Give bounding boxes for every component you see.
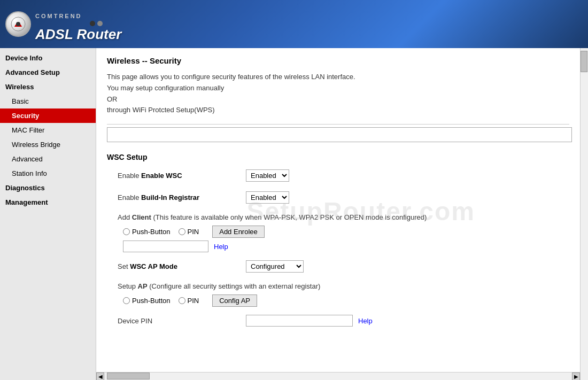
header-dots: [90, 21, 103, 26]
setup-ap-label: Setup AP (Configure all security setting…: [118, 282, 569, 290]
config-ap-push-button-radio[interactable]: [123, 297, 130, 304]
pin-radio-label[interactable]: PIN: [179, 228, 199, 236]
enable-wsc-select[interactable]: Enabled Disabled: [246, 169, 289, 182]
product-name: ADSL Router: [35, 26, 121, 43]
setup-ap-radio-group: Push-Button PIN Config AP: [118, 294, 569, 307]
device-pin-row: Device PIN Help: [107, 315, 569, 327]
add-enrolee-button[interactable]: Add Enrolee: [212, 226, 265, 238]
wsc-ap-mode-select[interactable]: Configured Unconfigured: [246, 260, 304, 273]
scroll-left-button[interactable]: ◀: [96, 373, 104, 381]
bottom-scrollbar[interactable]: ◀ ▶: [96, 372, 580, 380]
device-pin-label: Device PIN: [118, 317, 246, 325]
add-client-note: (This feature is available only when WPA…: [153, 213, 427, 221]
sidebar-item-basic[interactable]: Basic: [0, 94, 96, 108]
main-layout: Device Info Advanced Setup Wireless Basi…: [0, 48, 588, 380]
sidebar-item-security[interactable]: Security: [0, 108, 96, 123]
description: This page allows you to configure securi…: [107, 72, 569, 116]
wps-input[interactable]: [107, 127, 572, 142]
desc-line2: You may setup configuration manually: [107, 84, 224, 92]
wsc-ap-mode-row: Set WSC AP Mode Configured Unconfigured: [107, 260, 569, 273]
right-scrollbar[interactable]: [580, 48, 588, 380]
sidebar-item-station-info[interactable]: Station Info: [0, 166, 96, 181]
sidebar-item-wireless-bridge[interactable]: Wireless Bridge: [0, 137, 96, 152]
logo-icon: [5, 11, 31, 37]
bottom-scrollbar-thumb[interactable]: [107, 373, 150, 379]
enable-wsc-row: Enable Enable WSC Enabled Disabled: [107, 169, 569, 182]
enable-registrar-select[interactable]: Enabled Disabled: [246, 191, 289, 204]
push-button-radio[interactable]: [123, 228, 130, 235]
config-ap-pin-label[interactable]: PIN: [179, 297, 199, 305]
enrolee-pin-input[interactable]: [123, 241, 208, 252]
setup-ap-row: Setup AP (Configure all security setting…: [107, 282, 569, 307]
sidebar-item-management[interactable]: Management: [0, 195, 96, 210]
config-ap-button[interactable]: Config AP: [212, 294, 257, 307]
device-pin-input[interactable]: [246, 315, 353, 327]
sidebar-item-wireless[interactable]: Wireless: [0, 80, 96, 94]
add-client-label: Add Client (This feature is available on…: [118, 213, 569, 221]
page-title: Wireless -- Security: [107, 56, 569, 65]
desc-line3: OR: [107, 95, 118, 103]
content-area: SetupRouter.com Wireless -- Security Thi…: [96, 48, 580, 380]
add-enrolee-help-link[interactable]: Help: [214, 243, 228, 251]
svg-point-1: [16, 22, 20, 26]
device-pin-help-link[interactable]: Help: [358, 317, 373, 325]
sidebar: Device Info Advanced Setup Wireless Basi…: [0, 48, 96, 380]
bottom-scrollbar-track: [104, 373, 572, 381]
add-client-radio-group: Push-Button PIN Add Enrolee: [118, 226, 569, 238]
wsc-ap-mode-label: Set WSC AP Mode: [118, 262, 246, 270]
sidebar-item-diagnostics[interactable]: Diagnostics: [0, 181, 96, 195]
scrollbar-thumb[interactable]: [581, 51, 587, 72]
logo-text: COMTREND ADSL Router: [35, 6, 121, 43]
config-ap-push-button-label[interactable]: Push-Button: [123, 297, 171, 305]
scroll-right-button[interactable]: ▶: [572, 373, 580, 381]
logo: COMTREND ADSL Router: [5, 6, 121, 43]
config-ap-pin-radio[interactable]: [179, 297, 185, 304]
desc-line1: This page allows you to configure securi…: [107, 73, 355, 81]
config-ap-push-button-text: Push-Button: [132, 297, 171, 305]
enable-registrar-label: Enable Build-In Registrar: [118, 193, 246, 201]
pin-label: PIN: [188, 228, 199, 236]
enable-registrar-row: Enable Build-In Registrar Enabled Disabl…: [107, 191, 569, 204]
brand-name: COMTREND: [35, 13, 82, 19]
sidebar-item-advanced[interactable]: Advanced: [0, 152, 96, 166]
enable-wsc-label: Enable Enable WSC: [118, 172, 246, 180]
divider: [107, 124, 569, 142]
sidebar-item-device-info[interactable]: Device Info: [0, 51, 96, 65]
setup-ap-note: (Configure all security settings with an…: [149, 282, 320, 290]
add-client-bold: Client: [132, 213, 151, 221]
sidebar-item-advanced-setup[interactable]: Advanced Setup: [0, 65, 96, 80]
add-client-row: Add Client (This feature is available on…: [107, 213, 569, 252]
push-button-label: Push-Button: [132, 228, 171, 236]
sidebar-item-mac-filter[interactable]: MAC Filter: [0, 123, 96, 137]
push-button-radio-label[interactable]: Push-Button: [123, 228, 171, 236]
wsc-section-title: WSC Setup: [107, 153, 569, 161]
config-ap-pin-text: PIN: [188, 297, 199, 305]
desc-line4: through WiFi Protcted Setup(WPS): [107, 106, 215, 114]
header: COMTREND ADSL Router: [0, 0, 588, 48]
pin-radio[interactable]: [179, 228, 185, 235]
